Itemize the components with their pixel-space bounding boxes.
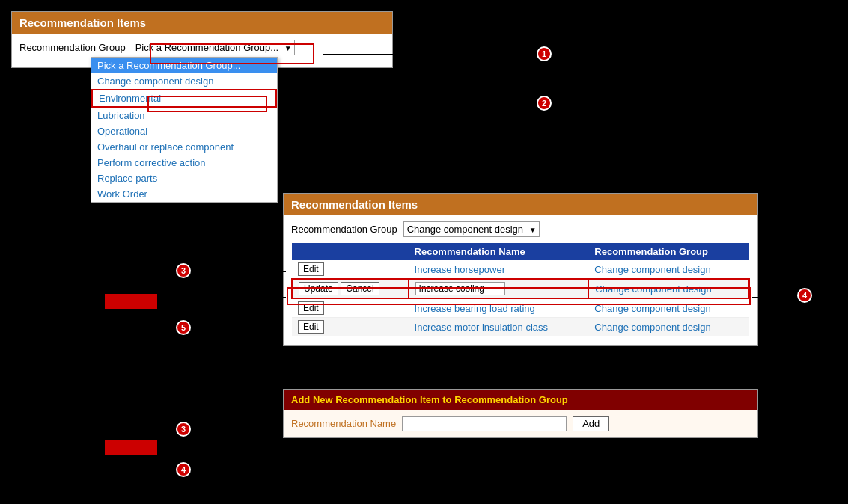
dropdown-item-1[interactable]: Change component design <box>91 73 277 89</box>
connector-vline-1 <box>157 297 159 334</box>
edit-btn-row1[interactable]: Edit <box>298 262 324 276</box>
panel3-add-new: Add New Recommendation Item to Recommend… <box>283 389 758 438</box>
panel3-name-label: Recommendation Name <box>291 418 396 429</box>
badge-4-panel2: 4 <box>797 288 812 303</box>
connector-line-3 <box>190 271 286 272</box>
dropdown-item-6[interactable]: Perform corrective action <box>91 155 277 170</box>
badge-3-top: 3 <box>176 263 191 278</box>
connector-line-5 <box>190 297 286 298</box>
connector-line-4 <box>752 297 797 298</box>
panel3-title: Add New Recommendation Item to Recommend… <box>284 390 757 410</box>
table-row: Edit Increase bearing load rating Change… <box>292 298 749 318</box>
dropdown-item-5[interactable]: Overhaul or replace component <box>91 139 277 155</box>
panel2-rec-group-label: Recommendation Group <box>291 224 397 235</box>
table-row: Edit Increase motor insulation class Cha… <box>292 318 749 336</box>
table-row-editing: Update Cancel Change component design <box>292 279 749 298</box>
panel1-rec-group-label: Recommendation Group <box>19 42 126 53</box>
col-header-group: Recommendation Group <box>588 243 749 260</box>
red-block-1 <box>105 294 157 309</box>
dropdown-item-4[interactable]: Operational <box>91 123 277 139</box>
panel1-title: Recommendation Items <box>12 12 392 34</box>
panel1-rec-group-select[interactable]: Pick a Recommendation Group... <box>132 40 295 55</box>
badge-5: 5 <box>176 320 191 335</box>
panel1-recommendation-items: Recommendation Items Recommendation Grou… <box>11 11 393 68</box>
rec-group-row3: Change component design <box>588 298 749 318</box>
edit-btn-row4[interactable]: Edit <box>298 320 324 334</box>
rec-name-row4: Increase motor insulation class <box>409 318 589 336</box>
dropdown-item-0[interactable]: Pick a Recommendation Group... <box>91 58 277 73</box>
rec-group-row4: Change component design <box>588 318 749 336</box>
badge-4-bottom: 4 <box>176 462 191 477</box>
rec-name-row3: Increase bearing load rating <box>409 298 589 318</box>
dropdown-menu: Pick a Recommendation Group... Change co… <box>91 57 278 203</box>
panel3-name-input[interactable] <box>402 416 567 431</box>
panel2-rec-group-select[interactable]: Change component design <box>403 221 540 237</box>
connector-line-1 <box>323 54 537 55</box>
connector-line-2 <box>271 104 537 105</box>
inline-edit-input[interactable] <box>415 282 505 295</box>
badge-1: 1 <box>537 46 552 61</box>
table-row: Edit Increase horsepower Change componen… <box>292 260 749 279</box>
col-header-name: Recommendation Name <box>409 243 589 260</box>
panel2-title: Recommendation Items <box>284 194 757 215</box>
panel2-recommendation-items: Recommendation Items Recommendation Grou… <box>283 193 758 346</box>
dropdown-item-3[interactable]: Lubrication <box>91 108 277 123</box>
rec-group-row1: Change component design <box>588 260 749 279</box>
col-header-action <box>292 243 409 260</box>
dropdown-item-7[interactable]: Replace parts <box>91 170 277 186</box>
cancel-btn-row2[interactable]: Cancel <box>341 282 379 295</box>
badge-2: 2 <box>537 96 552 111</box>
connector-vline-2 <box>157 271 159 297</box>
recommendation-table: Recommendation Name Recommendation Group… <box>291 243 750 336</box>
edit-btn-row3[interactable]: Edit <box>298 301 324 315</box>
red-block-2 <box>105 440 157 455</box>
dropdown-item-2[interactable]: Environmental <box>91 89 277 108</box>
rec-name-row1: Increase horsepower <box>409 260 589 279</box>
badge-3-bottom: 3 <box>176 422 191 437</box>
panel3-add-button[interactable]: Add <box>573 416 609 431</box>
update-btn-row2[interactable]: Update <box>299 282 338 295</box>
panel1-select-wrapper: Pick a Recommendation Group... ▼ <box>132 40 295 55</box>
dropdown-item-8[interactable]: Work Order <box>91 186 277 202</box>
rec-group-row2: Change component design <box>588 279 749 298</box>
panel2-select-wrapper: Change component design ▼ <box>403 221 540 237</box>
